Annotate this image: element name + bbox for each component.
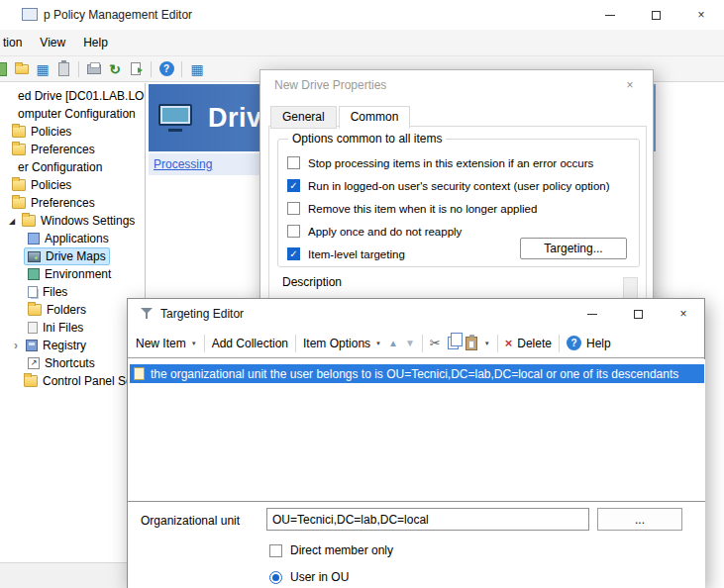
checkbox[interactable] <box>287 156 300 169</box>
move-down-button[interactable]: ▼ <box>405 338 415 348</box>
tree-item-label: Drive Maps <box>46 249 106 263</box>
refresh-button[interactable]: ↻ <box>106 60 124 78</box>
item-options-button[interactable]: Item Options ▼ <box>303 337 381 350</box>
window-title: p Policy Management Editor <box>44 0 192 30</box>
targeting-close-button[interactable]: × <box>661 299 706 329</box>
tree-item-folders[interactable]: Folders <box>0 301 145 319</box>
option-apply-once-and-do-not-reapply[interactable]: Apply once and do not reapply <box>287 224 633 239</box>
menu-view[interactable]: View <box>31 30 74 55</box>
partial-toolbar-icon[interactable] <box>0 60 10 78</box>
new-item-button[interactable]: New Item ▼ <box>136 337 197 350</box>
tree-item-registry[interactable]: ›Registry <box>0 337 145 354</box>
tree-item-control-panel-sett[interactable]: Control Panel Sett <box>0 372 145 390</box>
paste-button[interactable] <box>465 337 477 350</box>
targeting-minimize-button[interactable] <box>569 299 615 329</box>
show-console-tree-button[interactable]: ▦ <box>34 60 52 78</box>
tree-horizontal-scrollbar[interactable] <box>0 562 146 588</box>
tree-item-label: Applications <box>45 232 109 245</box>
browse-button[interactable]: ... <box>597 508 682 531</box>
up-one-level-button[interactable] <box>13 60 31 78</box>
folder-icon <box>28 304 42 316</box>
cut-button[interactable]: ✂ <box>430 336 441 350</box>
minimize-icon <box>587 314 597 315</box>
processing-link[interactable]: Processing <box>154 157 212 171</box>
help-button[interactable]: ? <box>157 60 175 78</box>
banner-title: Driv <box>208 103 262 134</box>
properties-close-button[interactable]: × <box>607 70 653 100</box>
tree-item-preferences[interactable]: Preferences <box>0 141 145 158</box>
tree-item-label: Ini Files <box>43 321 83 335</box>
folder-up-icon <box>15 64 29 74</box>
user-in-ou-option[interactable]: User in OU <box>269 570 349 584</box>
targeting-detail-pane: Organizational unit ... Direct member on… <box>129 502 705 588</box>
user-in-ou-radio[interactable] <box>269 571 282 584</box>
files-icon <box>28 286 38 298</box>
properties-title: New Drive Properties <box>274 70 386 100</box>
shortcut-icon: ↗ <box>28 357 40 369</box>
tree-item-omputer-configuration[interactable]: omputer Configuration <box>0 105 145 123</box>
direct-member-only-option[interactable]: Direct member only <box>269 543 393 557</box>
folder-icon <box>22 215 36 227</box>
collapse-icon[interactable]: ◢ <box>6 217 18 226</box>
menu-help[interactable]: Help <box>74 30 117 55</box>
tree-item-label: Environment <box>45 267 111 281</box>
gpme-titlebar: p Policy Management Editor × <box>0 0 724 30</box>
checkbox[interactable]: ✓ <box>287 179 300 192</box>
toolbar-separator <box>78 61 79 77</box>
paste-dropdown-icon[interactable]: ▼ <box>484 341 490 346</box>
option-label: Apply once and do not reapply <box>308 226 462 238</box>
targeting-editor-dialog: Targeting Editor × New Item ▼ Add Collec… <box>127 298 705 588</box>
item-options-label: Item Options <box>303 337 370 350</box>
tree-item-drive-maps[interactable]: Drive Maps <box>0 247 145 265</box>
clipboard-button[interactable] <box>54 60 72 78</box>
direct-member-only-checkbox[interactable] <box>269 544 282 557</box>
chevron-down-icon: ▼ <box>375 341 381 346</box>
tree-item-files[interactable]: Files <box>0 283 145 301</box>
close-icon: × <box>697 8 704 22</box>
folder-icon <box>12 126 26 138</box>
delete-button[interactable]: × Delete <box>505 336 552 350</box>
checkbox[interactable]: ✓ <box>287 247 300 260</box>
tree-item-policies[interactable]: Policies <box>0 176 145 194</box>
tree-item-policies[interactable]: Policies <box>0 123 145 141</box>
checkbox[interactable] <box>287 225 300 238</box>
menu-action[interactable]: tion <box>0 30 31 55</box>
tab-general[interactable]: General <box>270 106 337 129</box>
organizational-unit-input[interactable] <box>266 508 589 531</box>
tree-item-er-configuration[interactable]: er Configuration <box>0 158 145 176</box>
move-up-button[interactable]: ▲ <box>388 338 398 348</box>
add-collection-button[interactable]: Add Collection <box>212 337 288 350</box>
targeting-button[interactable]: Targeting... <box>520 238 627 259</box>
copy-button[interactable] <box>448 337 459 349</box>
targeting-help-button[interactable]: ? Help <box>567 336 611 350</box>
print-button[interactable] <box>85 60 103 78</box>
close-button[interactable]: × <box>678 0 724 30</box>
export-list-button[interactable] <box>127 60 145 78</box>
tree-item-label: er Configuration <box>18 160 102 174</box>
minimize-button[interactable] <box>587 0 633 30</box>
tree-item-environment[interactable]: Environment <box>0 265 145 283</box>
option-stop-processing-items-in-this-extension-[interactable]: Stop processing items in this extension … <box>287 155 633 170</box>
tree-item-ini-files[interactable]: Ini Files <box>0 319 145 337</box>
tree-item-shortcuts[interactable]: ↗Shortcuts <box>0 354 145 372</box>
tree-item-label: Preferences <box>31 143 95 156</box>
expand-icon[interactable]: › <box>10 341 22 350</box>
toolbar-separator <box>295 335 296 352</box>
list-view-button[interactable]: ▦ <box>188 60 206 78</box>
console-tree: ed Drive [DC01.LAB.LOCAomputer Configura… <box>0 83 146 588</box>
options-group: Options common to all items Stop process… <box>277 139 640 267</box>
targeting-item[interactable]: the organizational unit the user belongs… <box>130 364 704 383</box>
tree-item-windows-settings[interactable]: ◢Windows Settings <box>0 212 145 230</box>
targeting-maximize-button[interactable] <box>615 299 661 329</box>
tree-item-preferences[interactable]: Preferences <box>0 194 145 212</box>
maximize-button[interactable] <box>633 0 678 30</box>
tree-item-label: Preferences <box>31 196 95 210</box>
tab-common[interactable]: Common <box>339 106 411 129</box>
folder-icon <box>12 144 26 155</box>
option-run-in-logged-on-user-s-security-context[interactable]: ✓Run in logged-on user's security contex… <box>287 178 633 193</box>
checkbox[interactable] <box>287 202 300 215</box>
tree-item-applications[interactable]: Applications <box>0 230 145 247</box>
printer-icon <box>87 64 101 74</box>
option-remove-this-item-when-it-is-no-longer-ap[interactable]: Remove this item when it is no longer ap… <box>287 201 633 216</box>
tree-item-ed-drive-dc01-lab-loca[interactable]: ed Drive [DC01.LAB.LOCA <box>0 87 145 105</box>
